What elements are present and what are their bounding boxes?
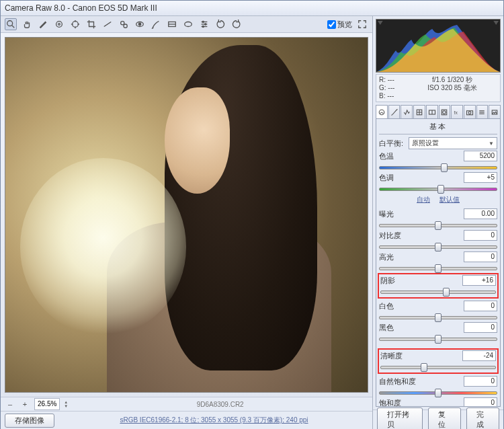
zoom-row: – + 26.5% ▲▼ 9D6A8309.CR2 <box>1 397 372 411</box>
zoom-in-icon[interactable]: + <box>19 399 30 410</box>
image-preview[interactable] <box>5 37 368 393</box>
footer-buttons: 打开拷贝 复位 完成 <box>373 410 503 429</box>
tab-basic[interactable] <box>376 105 388 118</box>
zoom-stepper[interactable]: ▲▼ <box>64 399 68 410</box>
clarity-highlight-box: 清晰度-24 <box>378 348 499 374</box>
svg-point-3 <box>58 24 60 26</box>
blacks-value[interactable]: 0 <box>464 322 497 333</box>
svg-point-9 <box>121 22 124 25</box>
prefs-icon[interactable] <box>198 18 210 30</box>
svg-line-1 <box>12 26 15 28</box>
svg-point-12 <box>138 23 141 26</box>
svg-point-31 <box>443 110 446 114</box>
blacks-label: 黑色 <box>379 323 406 333</box>
whites-value[interactable]: 0 <box>464 301 497 311</box>
rotate-cw-icon[interactable] <box>230 18 243 30</box>
temp-slider[interactable] <box>379 163 497 171</box>
left-pane: 预览 – + 26.5% ▲▼ 9D6A8309.CR2 存储图像 sRGB I… <box>1 16 373 429</box>
radial-filter-icon[interactable] <box>182 18 194 30</box>
auto-link[interactable]: 自动 <box>417 195 430 204</box>
tint-slider[interactable] <box>379 184 497 192</box>
open-button[interactable]: 打开拷贝 <box>377 407 423 429</box>
svg-marker-22 <box>378 21 383 25</box>
highlights-slider[interactable] <box>379 264 497 272</box>
svg-point-20 <box>205 24 206 25</box>
app-body: 预览 – + 26.5% ▲▼ 9D6A8309.CR2 存储图像 sRGB I… <box>1 16 503 429</box>
svg-point-0 <box>7 21 13 26</box>
vibrance-slider[interactable] <box>379 388 497 396</box>
contrast-value[interactable]: 0 <box>464 230 497 241</box>
adjust-brush-icon[interactable] <box>150 18 162 30</box>
rotate-ccw-icon[interactable] <box>214 18 226 30</box>
tab-curve[interactable] <box>388 105 401 118</box>
save-image-button[interactable]: 存储图像 <box>5 414 54 428</box>
straighten-tool-icon[interactable] <box>101 18 114 30</box>
grad-filter-icon[interactable] <box>166 18 178 30</box>
fullscreen-icon[interactable] <box>356 18 368 30</box>
workflow-link[interactable]: sRGB IEC61966-2.1; 8 位; 3055 x 3055 (9.3… <box>60 416 368 425</box>
rgb-r: R: --- <box>379 76 402 84</box>
basic-panel: 基本 白平衡: 原照设置▼ 色温5200 色调+5 自动 默认值 曝光0.00 … <box>376 118 501 407</box>
title-bar: Camera Raw 8.0 - Canon EOS 5D Mark III <box>1 1 503 16</box>
whites-label: 白色 <box>379 301 406 311</box>
spot-tool-icon[interactable] <box>118 18 130 30</box>
vibrance-value[interactable]: 0 <box>464 376 497 387</box>
exposure-value[interactable]: 0.00 <box>464 208 497 219</box>
wb-label: 白平衡: <box>379 139 406 149</box>
whites-slider[interactable] <box>379 313 497 321</box>
wb-tool-icon[interactable] <box>37 18 49 30</box>
svg-point-10 <box>124 24 127 28</box>
contrast-slider[interactable] <box>379 242 497 250</box>
tint-label: 色调 <box>379 173 406 183</box>
clarity-value[interactable]: -24 <box>462 350 496 361</box>
wb-select[interactable]: 原照设置▼ <box>409 137 497 149</box>
tint-value[interactable]: +5 <box>464 172 497 183</box>
chevron-down-icon: ▼ <box>489 141 494 147</box>
reset-button[interactable]: 复位 <box>428 407 461 429</box>
default-link[interactable]: 默认值 <box>439 195 460 204</box>
exposure-line1: f/1.6 1/320 秒 <box>406 76 499 84</box>
tab-split[interactable] <box>426 105 438 118</box>
done-button[interactable]: 完成 <box>466 407 499 429</box>
hand-tool-icon[interactable] <box>21 18 33 30</box>
histogram[interactable] <box>376 19 501 73</box>
tab-snapshots[interactable] <box>489 105 501 118</box>
tab-presets[interactable] <box>476 105 489 118</box>
svg-point-2 <box>56 22 62 28</box>
svg-point-19 <box>202 21 204 22</box>
svg-point-15 <box>185 22 192 27</box>
rgb-g: G: --- <box>379 84 402 92</box>
tab-camera[interactable] <box>464 105 476 118</box>
rgb-b: B: --- <box>379 92 402 100</box>
saturation-value[interactable]: 0 <box>464 397 497 407</box>
sampler-tool-icon[interactable] <box>53 18 65 30</box>
temp-label: 色温 <box>379 151 406 161</box>
crop-tool-icon[interactable] <box>85 18 97 30</box>
window-title: Camera Raw 8.0 - Canon EOS 5D Mark III <box>5 3 157 13</box>
blacks-slider[interactable] <box>379 334 497 342</box>
clarity-slider[interactable] <box>380 362 496 370</box>
tab-lens[interactable] <box>439 105 451 118</box>
shadows-slider[interactable] <box>380 287 496 295</box>
zoom-value[interactable]: 26.5% <box>34 398 60 410</box>
redeye-tool-icon[interactable] <box>134 18 146 30</box>
tab-hsl[interactable] <box>413 105 425 118</box>
exposure-slider[interactable] <box>379 221 497 229</box>
panel-title: 基本 <box>379 122 497 134</box>
target-tool-icon[interactable] <box>69 18 81 30</box>
exposure-label: 曝光 <box>379 209 406 219</box>
saturation-label: 饱和度 <box>379 398 406 407</box>
tab-fx[interactable]: fx <box>451 105 463 118</box>
right-pane: R: --- G: --- B: --- f/1.6 1/320 秒 ISO 3… <box>373 16 503 429</box>
temp-value[interactable]: 5200 <box>464 151 497 161</box>
shadows-value[interactable]: +16 <box>462 275 496 286</box>
svg-point-34 <box>468 111 471 114</box>
zoom-out-icon[interactable]: – <box>5 399 15 410</box>
clarity-label: 清晰度 <box>380 351 407 361</box>
exposure-line2: ISO 320 85 毫米 <box>406 84 499 92</box>
panel-tabs: fx <box>376 105 501 118</box>
zoom-tool-icon[interactable] <box>5 18 17 30</box>
preview-checkbox[interactable]: 预览 <box>327 20 352 30</box>
highlights-value[interactable]: 0 <box>464 251 497 262</box>
tab-detail[interactable] <box>401 105 413 118</box>
